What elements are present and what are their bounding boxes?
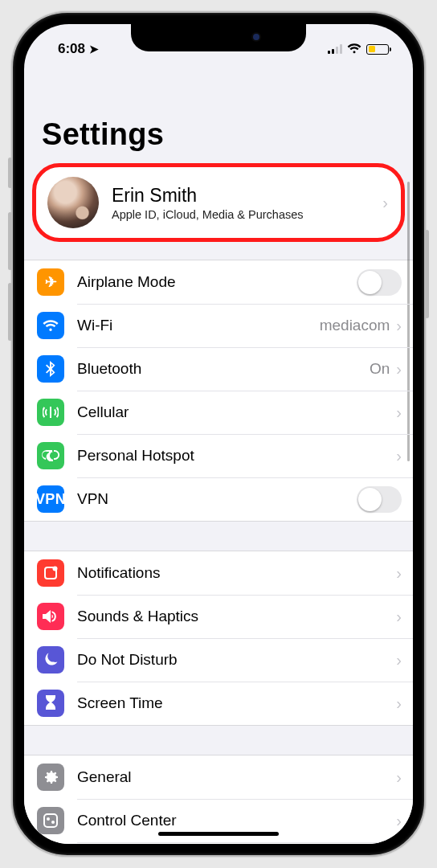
page-title: Settings (24, 66, 413, 162)
row-screen-time[interactable]: Screen Time › (24, 682, 413, 725)
sliders-icon (37, 807, 64, 834)
chevron-right-icon: › (396, 608, 402, 626)
bluetooth-icon (37, 355, 64, 383)
profile-text: Erin Smith Apple ID, iCloud, Media & Pur… (112, 185, 304, 221)
row-display-brightness[interactable]: AA Display & Brightness › (24, 842, 413, 844)
row-label: VPN (77, 490, 357, 508)
row-label: Bluetooth (77, 360, 370, 378)
profile-subtitle: Apple ID, iCloud, Media & Purchases (112, 208, 304, 221)
row-notifications[interactable]: Notifications › (24, 551, 413, 595)
row-personal-hotspot[interactable]: Personal Hotspot › (24, 434, 413, 477)
row-label: Personal Hotspot (77, 447, 396, 465)
profile-cell-highlight: Erin Smith Apple ID, iCloud, Media & Pur… (32, 163, 405, 242)
row-general[interactable]: General › (24, 755, 413, 799)
vpn-icon-text: VPN (35, 491, 66, 508)
wifi-icon (37, 312, 64, 339)
location-services-icon: ➤ (89, 43, 99, 55)
chevron-right-icon: › (396, 447, 402, 465)
row-bluetooth[interactable]: Bluetooth On › (24, 347, 413, 391)
row-label: Airplane Mode (77, 273, 357, 291)
airplane-icon: ✈ (37, 268, 64, 296)
volume-up-button (8, 212, 12, 270)
row-value: mediacom (320, 317, 390, 334)
cellular-icon (37, 399, 64, 426)
vpn-toggle[interactable] (357, 486, 402, 513)
row-label: Do Not Disturb (77, 651, 396, 669)
row-label: Wi-Fi (77, 317, 320, 334)
svg-point-4 (51, 821, 55, 824)
chevron-right-icon: › (396, 812, 402, 830)
chevron-right-icon: › (396, 651, 402, 669)
svg-point-1 (53, 567, 58, 571)
notch (131, 24, 306, 51)
hotspot-icon (37, 442, 64, 469)
chevron-right-icon: › (396, 564, 402, 583)
chevron-right-icon: › (396, 768, 402, 787)
hourglass-icon (37, 690, 64, 717)
wifi-icon (347, 43, 361, 56)
row-airplane-mode[interactable]: ✈ Airplane Mode (24, 260, 413, 304)
chevron-right-icon: › (396, 317, 402, 335)
apple-id-row[interactable]: Erin Smith Apple ID, iCloud, Media & Pur… (36, 167, 401, 238)
group-alerts: Notifications › Sounds & Haptics › Do No… (24, 551, 413, 726)
status-right (328, 43, 390, 56)
row-label: Cellular (77, 403, 396, 421)
phone-frame: 6:08 ➤ Settings Erin (11, 11, 426, 857)
chevron-right-icon: › (396, 694, 402, 713)
row-wifi[interactable]: Wi-Fi mediacom › (24, 304, 413, 347)
row-sounds[interactable]: Sounds & Haptics › (24, 595, 413, 638)
home-indicator[interactable] (158, 832, 279, 836)
profile-name: Erin Smith (112, 185, 304, 207)
row-label: Notifications (77, 564, 396, 582)
row-value: On (370, 360, 390, 378)
avatar (47, 177, 99, 228)
status-time: 6:08 (58, 41, 85, 57)
battery-icon (366, 44, 389, 55)
chevron-right-icon: › (396, 403, 402, 422)
content: Settings Erin Smith Apple ID, iCloud, Me… (24, 66, 413, 844)
chevron-right-icon: › (382, 194, 388, 212)
moon-icon (37, 646, 64, 674)
sounds-icon (37, 603, 64, 630)
row-do-not-disturb[interactable]: Do Not Disturb › (24, 638, 413, 682)
volume-down-button (8, 283, 12, 341)
gear-icon (37, 764, 64, 791)
row-label: General (77, 768, 396, 786)
cellular-signal-icon (328, 44, 342, 54)
group-connectivity: ✈ Airplane Mode Wi-Fi mediacom › (24, 260, 413, 522)
row-label: Control Center (77, 812, 396, 829)
airplane-toggle[interactable] (357, 269, 402, 296)
row-cellular[interactable]: Cellular › (24, 391, 413, 434)
power-button (425, 230, 429, 318)
svg-point-3 (47, 817, 50, 821)
status-left: 6:08 ➤ (47, 41, 99, 57)
svg-rect-2 (44, 814, 57, 827)
row-label: Screen Time (77, 694, 396, 712)
vpn-icon: VPN (37, 485, 64, 513)
screen: 6:08 ➤ Settings Erin (24, 24, 413, 844)
silence-switch (8, 158, 12, 188)
row-label: Sounds & Haptics (77, 608, 396, 625)
group-general: General › Control Center › AA Display & … (24, 755, 413, 844)
chevron-right-icon: › (396, 360, 402, 379)
row-vpn[interactable]: VPN VPN (24, 477, 413, 521)
notifications-icon (37, 559, 64, 587)
